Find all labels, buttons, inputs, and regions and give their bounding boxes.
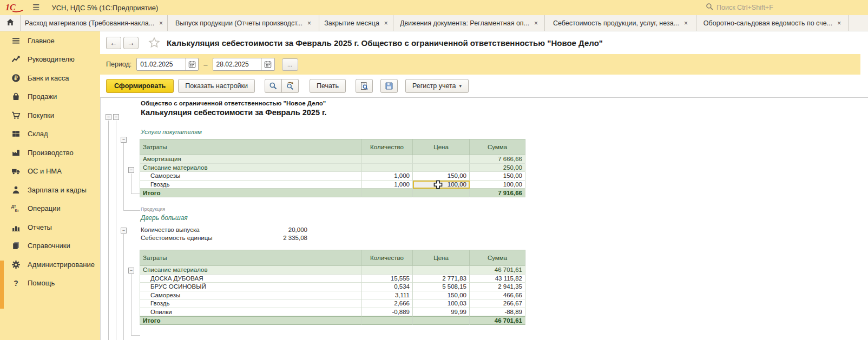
find-next-button[interactable] bbox=[282, 79, 299, 93]
sidebar-item-help[interactable]: ?Помощь bbox=[0, 274, 100, 293]
collapse-toggle[interactable] bbox=[113, 114, 119, 120]
cell-name[interactable]: Амортизация bbox=[140, 155, 361, 164]
cell-price[interactable] bbox=[413, 164, 470, 172]
tab-3[interactable]: Закрытие месяца× bbox=[319, 15, 393, 31]
sidebar-item-chart[interactable]: Отчеты bbox=[0, 218, 100, 237]
cell-price[interactable]: 150,00 bbox=[413, 172, 470, 181]
cell-price[interactable] bbox=[413, 155, 470, 164]
collapse-toggle[interactable] bbox=[106, 114, 111, 120]
cell-qty[interactable]: 2,666 bbox=[361, 299, 413, 308]
cell-price[interactable] bbox=[413, 316, 470, 325]
cell-qty[interactable] bbox=[361, 316, 413, 325]
cell-name[interactable]: Списание материалов bbox=[140, 266, 361, 275]
period-options-button[interactable]: ... bbox=[282, 58, 298, 71]
sidebar-item-bag[interactable]: Продажи bbox=[0, 88, 100, 106]
sidebar-item-person[interactable]: Зарплата и кадры bbox=[0, 181, 100, 199]
sidebar-item-cart[interactable]: Покупки bbox=[0, 106, 100, 125]
sidebar-item-menu[interactable]: Главное bbox=[0, 31, 100, 50]
calendar-icon[interactable] bbox=[261, 58, 274, 70]
cell-sum[interactable]: 46 701,61 bbox=[470, 316, 525, 325]
cell-name[interactable]: Саморезы bbox=[140, 172, 361, 181]
collapse-toggle[interactable] bbox=[128, 167, 134, 173]
cell-price[interactable]: 150,00 bbox=[413, 291, 470, 300]
sidebar-item-truck[interactable]: ОС и НМА bbox=[0, 162, 100, 181]
preview-button[interactable] bbox=[356, 79, 373, 93]
save-button[interactable] bbox=[380, 79, 398, 93]
cell-qty[interactable]: 1,000 bbox=[361, 181, 413, 189]
calendar-icon[interactable] bbox=[185, 58, 198, 70]
cell-qty[interactable]: 15,555 bbox=[361, 275, 413, 283]
close-icon[interactable]: × bbox=[159, 19, 163, 27]
close-icon[interactable]: × bbox=[684, 19, 688, 27]
sidebar-item-factory[interactable]: Производство bbox=[0, 143, 100, 162]
sidebar-scrollbar[interactable] bbox=[0, 261, 4, 309]
home-tab[interactable] bbox=[0, 15, 21, 31]
cell-name[interactable]: Списание материалов bbox=[140, 164, 361, 172]
period-from-input[interactable] bbox=[137, 61, 185, 68]
cell-qty[interactable]: -0,889 bbox=[361, 308, 413, 317]
cell-sum[interactable]: 2 941,35 bbox=[470, 283, 525, 291]
show-settings-button[interactable]: Показать настройки bbox=[178, 79, 255, 93]
cell-sum[interactable]: 7 666,66 bbox=[470, 155, 525, 164]
collapse-toggle[interactable] bbox=[128, 268, 134, 274]
cell-qty[interactable]: 3,111 bbox=[361, 291, 413, 300]
cell-sum[interactable]: 46 701,61 bbox=[470, 266, 525, 275]
cell-name[interactable]: Гвоздь bbox=[140, 181, 361, 189]
generate-button[interactable]: Сформировать bbox=[106, 79, 174, 93]
product-name[interactable]: Дверь большая bbox=[141, 214, 188, 222]
global-search[interactable] bbox=[706, 3, 787, 13]
cell-price[interactable]: 100,03 bbox=[413, 299, 470, 308]
cell-price[interactable]: 2 771,83 bbox=[413, 275, 470, 283]
cell-sum[interactable]: 150,00 bbox=[470, 172, 525, 181]
sidebar-item-ruble[interactable]: ₽Банк и касса bbox=[0, 69, 100, 88]
tab-5[interactable]: Себестоимость продукции, услуг, неза...× bbox=[545, 15, 696, 31]
cell-price[interactable]: 99,99 bbox=[413, 308, 470, 317]
cell-name[interactable]: Опилки bbox=[140, 308, 361, 317]
cell-sum[interactable]: 43 115,82 bbox=[470, 275, 525, 283]
period-from-field[interactable] bbox=[136, 58, 199, 71]
tab-4[interactable]: Движения документа: Регламентная оп...× bbox=[393, 15, 545, 31]
sidebar-item-trend[interactable]: Руководителю bbox=[0, 50, 100, 69]
cell-qty[interactable] bbox=[361, 266, 413, 275]
tab-1[interactable]: Расход материалов (Требования-накла...× bbox=[21, 15, 168, 31]
cell-price[interactable] bbox=[413, 266, 470, 275]
cell-name[interactable]: ДОСКА ДУБОВАЯ bbox=[140, 275, 361, 283]
cell-sum[interactable]: 466,66 bbox=[470, 291, 525, 300]
register-dropdown[interactable]: Регистр учета ▾ bbox=[405, 79, 469, 93]
cell-qty[interactable] bbox=[361, 164, 413, 172]
close-icon[interactable]: × bbox=[384, 19, 388, 27]
sidebar-item-books[interactable]: Справочники bbox=[0, 237, 100, 256]
close-icon[interactable]: × bbox=[534, 19, 538, 27]
close-icon[interactable]: × bbox=[307, 19, 311, 27]
forward-button[interactable]: → bbox=[123, 37, 139, 49]
cell-sum[interactable]: 100,00 bbox=[470, 181, 525, 189]
tab-6[interactable]: Оборотно-сальдовая ведомость по сче...× bbox=[696, 15, 849, 31]
close-icon[interactable]: × bbox=[837, 19, 841, 27]
cell-qty[interactable]: 1,000 bbox=[361, 172, 413, 181]
cell-price[interactable]: 100,00 bbox=[413, 181, 470, 189]
cell-name[interactable]: Саморезы bbox=[140, 291, 361, 300]
cell-price[interactable] bbox=[413, 189, 470, 197]
collapse-toggle[interactable] bbox=[121, 228, 127, 234]
cell-qty[interactable]: 0,534 bbox=[361, 283, 413, 291]
main-menu-icon[interactable]: ☰ bbox=[32, 3, 40, 12]
tab-2[interactable]: Выпуск продукции (Отчеты производст...× bbox=[168, 15, 319, 31]
metric-value[interactable]: 20,000 bbox=[249, 226, 307, 233]
back-button[interactable]: ← bbox=[106, 37, 121, 49]
cell-price[interactable]: 5 508,15 bbox=[413, 283, 470, 291]
cell-sum[interactable]: 266,67 bbox=[470, 299, 525, 308]
period-to-field[interactable] bbox=[213, 58, 275, 71]
find-button[interactable] bbox=[265, 79, 282, 93]
search-input[interactable] bbox=[716, 4, 787, 11]
cell-sum[interactable]: 250,00 bbox=[470, 164, 525, 172]
metric-value[interactable]: 2 335,08 bbox=[249, 235, 307, 241]
print-button[interactable]: Печать bbox=[310, 79, 346, 93]
cell-sum[interactable]: 7 916,66 bbox=[470, 189, 525, 197]
cell-name[interactable]: БРУС ОСИНОВЫЙ bbox=[140, 283, 361, 291]
cell-qty[interactable] bbox=[361, 155, 413, 164]
cell-name[interactable]: Итого bbox=[140, 316, 361, 325]
sidebar-item-dtkt[interactable]: ДтКтОперации bbox=[0, 199, 100, 218]
cell-sum[interactable]: -88,89 bbox=[470, 308, 525, 317]
collapse-toggle[interactable] bbox=[121, 137, 127, 143]
section-services[interactable]: Услуги покупателям bbox=[141, 129, 202, 135]
